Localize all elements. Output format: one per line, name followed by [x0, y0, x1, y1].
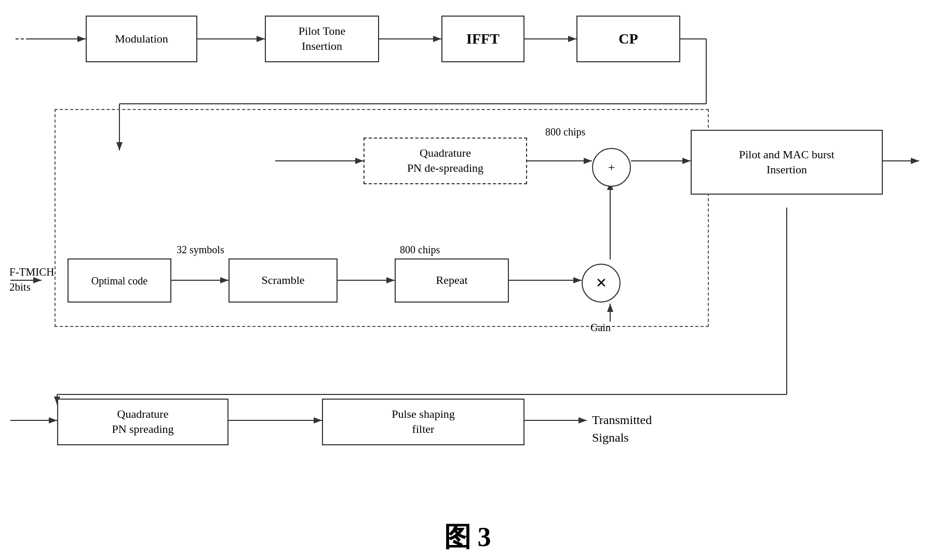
- scramble-block: Scramble: [228, 258, 338, 303]
- label-32symbols: 32 symbols: [177, 244, 224, 256]
- transmitted-text: Transmitted Signals: [592, 413, 652, 444]
- quadrature-pn-spreading-block: Quadrature PN spreading: [57, 399, 228, 445]
- pilot-mac-label: Pilot and MAC burst Insertion: [739, 147, 835, 177]
- sum-circle: +: [592, 148, 631, 187]
- optimal-code-block: Optimal code: [68, 258, 171, 303]
- gain-label: Gain: [590, 322, 611, 334]
- cp-label: CP: [618, 30, 638, 48]
- diagram: Modulation Pilot Tone Insertion IFFT CP …: [0, 0, 942, 560]
- cp-block: CP: [576, 16, 680, 62]
- transmitted-signals-label: Transmitted Signals: [592, 412, 652, 446]
- multiply-symbol: ✕: [596, 275, 607, 291]
- plus-symbol: +: [608, 160, 615, 174]
- quadrature-pn-spreading-label: Quadrature PN spreading: [112, 407, 173, 436]
- pilot-tone-label: Pilot Tone Insertion: [299, 24, 345, 53]
- quadrature-pn-despreading-label: Quadrature PN de-spreading: [407, 146, 483, 175]
- pulse-shaping-label: Pulse shaping filter: [392, 407, 455, 436]
- ftmich-label: F-TMICH 2bits: [9, 265, 54, 295]
- figure-title: 图 3: [389, 519, 545, 555]
- quadrature-pn-despreading-block: Quadrature PN de-spreading: [364, 138, 527, 184]
- repeat-block: Repeat: [395, 258, 509, 303]
- label-800chips-top: 800 chips: [545, 126, 585, 138]
- pilot-tone-insertion-block: Pilot Tone Insertion: [265, 16, 379, 62]
- modulation-label: Modulation: [115, 32, 168, 47]
- optimal-code-label: Optimal code: [91, 274, 147, 288]
- repeat-label: Repeat: [436, 273, 467, 288]
- modulation-block: Modulation: [86, 16, 197, 62]
- ifft-block: IFFT: [441, 16, 524, 62]
- pulse-shaping-filter-block: Pulse shaping filter: [322, 399, 524, 445]
- pilot-mac-burst-block: Pilot and MAC burst Insertion: [691, 130, 883, 195]
- ftmich-text: F-TMICH 2bits: [9, 266, 54, 293]
- ifft-label: IFFT: [466, 30, 500, 48]
- scramble-label: Scramble: [261, 273, 304, 288]
- label-800chips-bot: 800 chips: [400, 244, 440, 256]
- multiply-circle: ✕: [582, 264, 621, 303]
